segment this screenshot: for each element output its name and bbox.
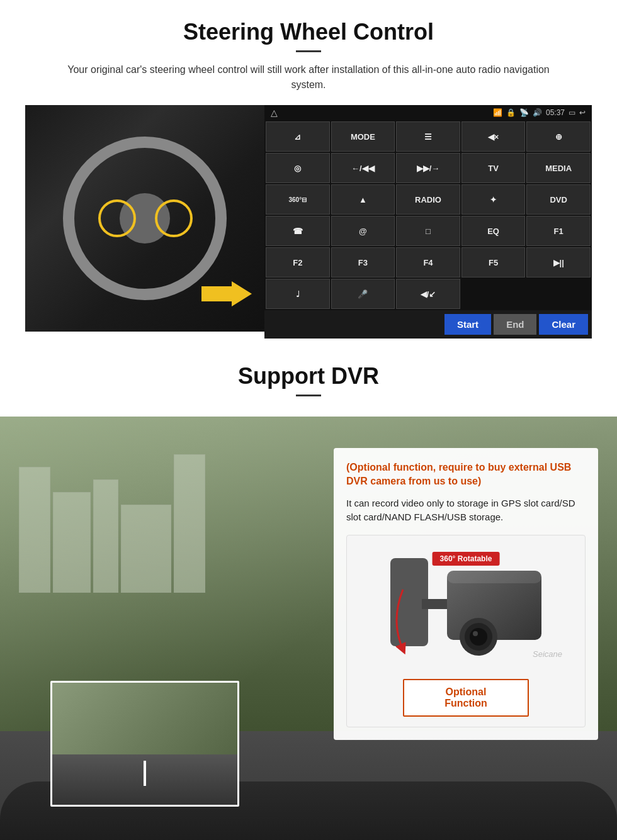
building-2 xyxy=(53,492,91,593)
btn-browser[interactable]: @ xyxy=(331,216,395,246)
btn-mode[interactable]: MODE xyxy=(331,121,395,152)
title-divider xyxy=(296,50,321,52)
btn-nav[interactable]: ⊿ xyxy=(266,121,330,152)
btn-settings[interactable]: ◎ xyxy=(266,153,330,183)
dvr-inset-road xyxy=(52,754,237,805)
ui-button-grid: ⊿ MODE ☰ ◀× ⊕ ◎ ←/◀◀ ▶▶/→ TV MEDIA 360°⊟… xyxy=(264,120,592,310)
btn-prev[interactable]: ←/◀◀ xyxy=(331,153,395,183)
btn-mirror[interactable]: □ xyxy=(396,216,460,246)
btn-dvd[interactable]: DVD xyxy=(526,184,591,215)
optional-function-button[interactable]: Optional Function xyxy=(403,679,529,717)
btn-apps[interactable]: ⊕ xyxy=(526,121,591,152)
dvr-optional-text: (Optional function, require to buy exter… xyxy=(346,461,586,489)
steering-photo xyxy=(25,105,264,332)
svg-point-5 xyxy=(470,628,487,646)
building-3 xyxy=(93,479,118,593)
btn-phone[interactable]: ☎ xyxy=(266,216,330,246)
ui-action-bar: Start End Clear xyxy=(264,310,592,339)
ui-status-bar: △ 📶 🔒 📡 🔊 05:37 ▭ ↩ xyxy=(264,105,592,120)
start-button[interactable]: Start xyxy=(444,314,491,335)
btn-f3[interactable]: F3 xyxy=(331,247,395,277)
btn-brightness[interactable]: ✦ xyxy=(461,184,526,215)
btn-360[interactable]: 360°⊟ xyxy=(266,184,330,215)
btn-f5[interactable]: F5 xyxy=(461,247,526,277)
lock-icon: 🔒 xyxy=(506,108,516,117)
svg-rect-7 xyxy=(447,571,541,583)
steering-section: Steering Wheel Control Your original car… xyxy=(0,0,617,344)
btn-radio[interactable]: RADIO xyxy=(396,184,460,215)
btn-mute[interactable]: ◀× xyxy=(461,121,526,152)
dvr-road-line xyxy=(144,761,146,786)
btn-back-media[interactable]: ◀/↙ xyxy=(396,279,460,309)
rotation-badge: 360° Rotatable xyxy=(433,552,500,566)
end-button[interactable]: End xyxy=(494,314,536,335)
dvr-info-panel: (Optional function, require to buy exter… xyxy=(334,448,598,740)
back-icon[interactable]: ↩ xyxy=(579,108,586,117)
steering-wheel-graphic xyxy=(63,137,227,300)
steering-image-container: △ 📶 🔒 📡 🔊 05:37 ▭ ↩ ⊿ MODE ☰ ◀× ⊕ ◎ xyxy=(25,105,592,332)
volume-icon: 🔊 xyxy=(533,108,542,117)
highlight-circle-right xyxy=(155,199,193,237)
btn-next[interactable]: ▶▶/→ xyxy=(396,153,460,183)
dvr-header: Support DVR xyxy=(0,344,617,417)
clear-button[interactable]: Clear xyxy=(539,314,588,335)
building-1 xyxy=(19,467,50,593)
dvr-title: Support DVR xyxy=(25,363,592,389)
dvr-description: It can record video only to storage in G… xyxy=(346,496,586,525)
btn-f1[interactable]: F1 xyxy=(526,216,591,246)
status-right: 📶 🔒 📡 🔊 05:37 ▭ ↩ xyxy=(493,108,586,117)
dvr-background: (Optional function, require to buy exter… xyxy=(0,417,617,840)
building-5 xyxy=(174,454,205,593)
btn-eq[interactable]: EQ xyxy=(461,216,526,246)
btn-f2[interactable]: F2 xyxy=(266,247,330,277)
steering-ui-panel: △ 📶 🔒 📡 🔊 05:37 ▭ ↩ ⊿ MODE ☰ ◀× ⊕ ◎ xyxy=(264,105,592,332)
btn-tv[interactable]: TV xyxy=(461,153,526,183)
btn-media[interactable]: MEDIA xyxy=(526,153,591,183)
btn-playpause[interactable]: ▶|| xyxy=(526,247,591,277)
wifi-icon: 📶 xyxy=(493,108,502,117)
status-time: 05:37 xyxy=(546,108,565,117)
btn-mic[interactable]: 🎤 xyxy=(331,279,395,309)
svg-point-6 xyxy=(473,631,478,636)
highlight-circle-left xyxy=(98,199,136,237)
btn-eject[interactable]: ▲ xyxy=(331,184,395,215)
dvr-title-divider xyxy=(296,395,321,396)
btn-music[interactable]: ♩ xyxy=(266,279,330,309)
building-4 xyxy=(121,505,171,593)
steering-description: Your original car's steering wheel contr… xyxy=(50,62,567,92)
dvr-buildings xyxy=(19,454,205,593)
home-icon[interactable]: △ xyxy=(271,108,278,118)
dvr-camera-visual: 360° Rotatable Seicane xyxy=(357,546,575,671)
recent-apps-icon: ▭ xyxy=(569,108,575,117)
dvr-camera-svg xyxy=(384,552,548,665)
dvr-inset-image xyxy=(50,681,239,807)
steering-title: Steering Wheel Control xyxy=(25,19,592,45)
signal-icon: 📡 xyxy=(519,108,529,117)
dvr-camera-box: 360° Rotatable Seicane Optional Function xyxy=(346,535,586,727)
btn-f4[interactable]: F4 xyxy=(396,247,460,277)
btn-menu[interactable]: ☰ xyxy=(396,121,460,152)
seicane-watermark: Seicane xyxy=(533,649,562,659)
dvr-section: Support DVR (Optional function, require … xyxy=(0,344,617,840)
